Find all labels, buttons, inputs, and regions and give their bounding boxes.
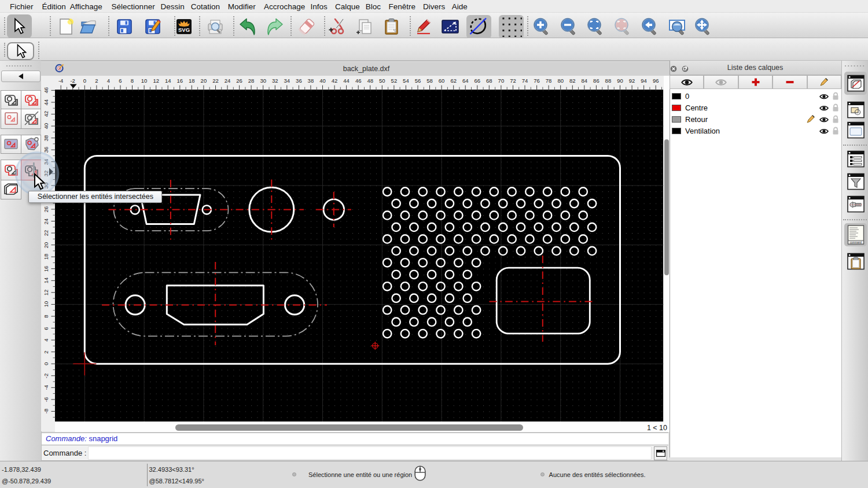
svg-text:command: command	[850, 241, 862, 244]
